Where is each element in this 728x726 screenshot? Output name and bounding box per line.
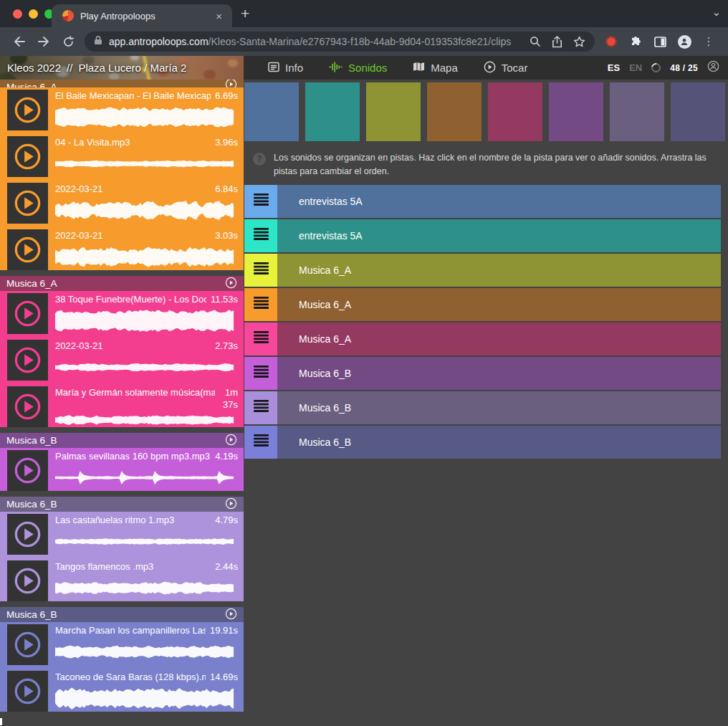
nav-item-mapa[interactable]: Mapa bbox=[413, 62, 458, 74]
group-play-icon[interactable] bbox=[225, 434, 237, 448]
track-color-swatch[interactable] bbox=[305, 82, 360, 141]
forward-button[interactable] bbox=[32, 36, 56, 47]
track-body[interactable]: Musica 6_A bbox=[277, 254, 721, 287]
group-play-icon[interactable] bbox=[225, 608, 237, 622]
track-group-header[interactable]: Musica 6_B bbox=[0, 497, 244, 512]
clip-row[interactable]: Palmas sevillanas 160 bpm mp3.mp34.19s bbox=[7, 450, 238, 491]
breadcrumb-project[interactable]: Kleos 2022 bbox=[7, 62, 61, 74]
clip-play-button[interactable] bbox=[7, 183, 48, 224]
clip-play-button[interactable] bbox=[7, 386, 48, 427]
track-drag-handle[interactable] bbox=[244, 426, 277, 459]
track-row[interactable]: Musica 6_B bbox=[244, 357, 721, 390]
nav-item-sonidos[interactable]: Sonidos bbox=[329, 62, 387, 75]
lang-en-button[interactable]: EN bbox=[629, 62, 642, 73]
tab-close-icon[interactable]: × bbox=[213, 9, 225, 23]
group-play-icon[interactable] bbox=[225, 80, 237, 87]
track-body[interactable]: entrevistas 5A bbox=[277, 219, 721, 252]
track-body[interactable]: Musica 6_A bbox=[277, 288, 721, 321]
address-bar[interactable]: app.antropoloops.com/Kleos-Santa-Marina/… bbox=[85, 32, 595, 52]
sidebar-scrollbar[interactable] bbox=[0, 718, 2, 725]
clip-row[interactable]: 2022-03-216.84s bbox=[7, 183, 238, 224]
share-icon[interactable] bbox=[552, 36, 562, 48]
account-icon[interactable] bbox=[707, 60, 719, 75]
track-drag-handle[interactable] bbox=[244, 254, 277, 287]
track-group-header[interactable]: Musica 6_A bbox=[0, 80, 244, 87]
profile-avatar[interactable] bbox=[672, 35, 696, 49]
track-color-swatch[interactable] bbox=[549, 82, 603, 141]
record-extension-icon[interactable] bbox=[599, 36, 623, 47]
track-row[interactable]: entrevistas 5A bbox=[244, 219, 721, 252]
new-tab-button[interactable]: + bbox=[241, 5, 249, 22]
track-body[interactable]: Musica 6_B bbox=[277, 391, 721, 424]
track-row[interactable]: Musica 6_B bbox=[244, 426, 721, 459]
track-body[interactable]: entrevistas 5A bbox=[277, 185, 721, 218]
minimize-window-button[interactable] bbox=[29, 9, 38, 19]
clip-play-button[interactable] bbox=[7, 293, 48, 334]
track-body[interactable]: Musica 6_A bbox=[277, 323, 721, 355]
track-color-swatch[interactable] bbox=[610, 82, 664, 141]
clip-play-button[interactable] bbox=[7, 340, 48, 381]
track-drag-handle[interactable] bbox=[244, 357, 277, 390]
track-color-swatch[interactable] bbox=[488, 82, 542, 141]
track-row[interactable]: Musica 6_A bbox=[244, 254, 721, 287]
track-color-swatch[interactable] bbox=[671, 82, 725, 141]
clip-play-button[interactable] bbox=[7, 450, 48, 491]
close-window-button[interactable] bbox=[13, 9, 22, 19]
extensions-puzzle-icon[interactable] bbox=[623, 36, 648, 48]
track-color-swatch[interactable] bbox=[427, 82, 482, 141]
clip-row[interactable]: 2022-03-213.03s bbox=[7, 229, 238, 270]
clip-waveform bbox=[55, 639, 238, 665]
track-row[interactable]: entrevistas 5A bbox=[244, 185, 721, 218]
track-color-swatch[interactable] bbox=[366, 82, 421, 141]
clip-play-button[interactable] bbox=[7, 671, 48, 712]
clip-content: 04 - La Visita.mp33.96s bbox=[55, 136, 238, 177]
track-group-header[interactable]: Musica 6_B bbox=[0, 433, 244, 448]
zoom-page-icon[interactable] bbox=[530, 36, 541, 47]
browser-tab[interactable]: Play Antropoloops × bbox=[52, 4, 232, 27]
clip-content: El Baile Mexicapan - El Baile Mexicapan.… bbox=[55, 90, 238, 130]
breadcrumb-path[interactable]: Plaza Lucero / María 2 bbox=[78, 62, 186, 74]
reload-button[interactable] bbox=[56, 36, 80, 48]
clip-row[interactable]: 38 Toque Funebre(Muerte) - Los Doce Par.… bbox=[7, 293, 238, 334]
track-body[interactable]: Musica 6_B bbox=[277, 426, 721, 459]
nav-item-info[interactable]: Info bbox=[268, 62, 303, 75]
track-drag-handle[interactable] bbox=[244, 288, 277, 321]
breadcrumb[interactable]: Kleos 2022//Plaza Lucero / María 2 bbox=[0, 56, 244, 80]
clip-play-button[interactable] bbox=[7, 560, 48, 601]
track-group-header[interactable]: Musica 6_A bbox=[0, 276, 244, 291]
clip-row[interactable]: María y Germán solamente música(maría 2.… bbox=[7, 386, 238, 427]
back-button[interactable] bbox=[7, 36, 32, 47]
track-color-swatch[interactable] bbox=[244, 82, 299, 141]
track-body[interactable]: Musica 6_B bbox=[277, 357, 721, 390]
browser-menu-kebab-icon[interactable]: ⋮ bbox=[696, 35, 721, 48]
group-play-icon[interactable] bbox=[225, 277, 237, 291]
track-row[interactable]: Musica 6_A bbox=[244, 288, 721, 321]
clip-row[interactable]: Las castañuelas ritmo 1.mp34.79s bbox=[7, 514, 238, 555]
clip-waveform bbox=[55, 104, 238, 130]
track-drag-handle[interactable] bbox=[244, 323, 277, 355]
clip-row[interactable]: 04 - La Visita.mp33.96s bbox=[7, 136, 238, 177]
tab-search-chevron-icon[interactable]: ⌄ bbox=[712, 6, 721, 19]
bookmark-star-icon[interactable] bbox=[573, 36, 585, 47]
nav-item-tocar[interactable]: Tocar bbox=[484, 61, 528, 75]
clip-play-button[interactable] bbox=[7, 514, 48, 555]
clip-row[interactable]: Taconeo de Sara Baras (128 kbps).mp314.6… bbox=[7, 671, 238, 712]
track-row[interactable]: Musica 6_B bbox=[244, 391, 721, 424]
clip-row[interactable]: 2022-03-212.73s bbox=[7, 340, 238, 381]
clip-play-button[interactable] bbox=[7, 624, 48, 665]
track-row[interactable]: Musica 6_A bbox=[244, 323, 721, 355]
group-play-icon[interactable] bbox=[225, 497, 237, 512]
clip-row[interactable]: Marcha Pasan los campanilleros Las Mejor… bbox=[7, 624, 238, 665]
track-drag-handle[interactable] bbox=[244, 185, 277, 218]
track-drag-handle[interactable] bbox=[244, 219, 277, 252]
side-panel-icon[interactable] bbox=[648, 37, 672, 47]
clip-play-button[interactable] bbox=[7, 90, 48, 130]
clip-play-button[interactable] bbox=[7, 229, 48, 270]
clip-row[interactable]: El Baile Mexicapan - El Baile Mexicapan.… bbox=[7, 90, 238, 130]
map-icon bbox=[413, 62, 425, 74]
clip-row[interactable]: Tangos flamencos .mp32.44s bbox=[7, 560, 238, 601]
track-drag-handle[interactable] bbox=[244, 391, 277, 424]
lang-es-button[interactable]: ES bbox=[608, 62, 620, 73]
clip-play-button[interactable] bbox=[7, 136, 48, 177]
track-group-header[interactable]: Musica 6_B bbox=[0, 607, 244, 622]
